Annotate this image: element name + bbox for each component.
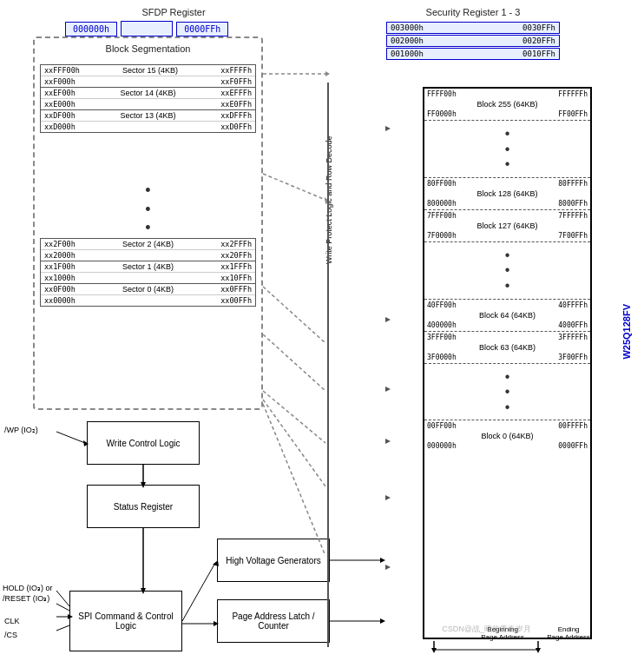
sfdp-addr-start: 000000h — [65, 22, 117, 36]
cs-signal: /CS — [4, 631, 17, 639]
svg-marker-13 — [385, 439, 391, 444]
svg-marker-14 — [385, 495, 391, 500]
svg-line-6 — [263, 391, 325, 443]
write-control-block: Write Control Logic — [87, 421, 200, 465]
svg-line-2 — [263, 174, 325, 200]
ending-page-label: EndingPage Address — [547, 625, 590, 642]
clk-signal: CLK — [4, 617, 20, 625]
svg-line-7 — [263, 400, 325, 486]
sfdp-title: SFDP Register — [87, 7, 260, 17]
main-container: SFDP Register 000000h 0000FFh Block Segm… — [0, 0, 644, 661]
svg-line-26 — [56, 625, 69, 631]
sfdp-addr-end: 0000FFh — [176, 22, 228, 36]
block-seg-title: Block Segmentation — [106, 43, 191, 54]
high-voltage-block: High Voltage Generators — [217, 539, 330, 582]
svg-marker-28 — [380, 558, 385, 563]
svg-line-8 — [263, 404, 325, 556]
security-registers: 003000h0030FFh 002000h0020FFh 001000h001… — [386, 22, 560, 60]
status-register-block: Status Register — [87, 485, 200, 528]
svg-line-22 — [56, 591, 69, 606]
svg-line-5 — [263, 334, 325, 391]
chip-label: W25Q128FV — [621, 304, 632, 360]
page-address-block: Page Address Latch / Counter — [217, 599, 330, 643]
sfdp-bar: 000000h 0000FFh — [65, 21, 228, 36]
svg-marker-38 — [536, 648, 541, 653]
svg-line-16 — [56, 432, 85, 443]
svg-marker-11 — [385, 317, 391, 322]
svg-marker-15 — [385, 565, 391, 570]
security-title: Security Register 1 - 3 — [386, 7, 560, 17]
svg-marker-30 — [380, 618, 385, 624]
svg-marker-36 — [431, 648, 437, 653]
memory-map-block: FFFF00hFFFFFFh Block 255 (64KB) FF0000hF… — [423, 87, 592, 639]
hold-signal: HOLD (IO₃) or /RESET (IO₃) — [3, 584, 53, 604]
svg-marker-10 — [385, 126, 391, 131]
wp-logic-label: Write Protect Logic and Row Decode — [325, 100, 334, 300]
svg-line-31 — [182, 563, 215, 621]
svg-line-23 — [56, 604, 69, 611]
watermark: CSDN@战_晴的青春岁月 — [442, 624, 531, 635]
svg-marker-1 — [325, 71, 330, 76]
wp-signal: /WP (IO₂) — [4, 426, 38, 434]
svg-marker-12 — [385, 387, 391, 392]
spi-command-block: SPI Command & Control Logic — [69, 591, 182, 651]
svg-line-4 — [263, 287, 325, 343]
